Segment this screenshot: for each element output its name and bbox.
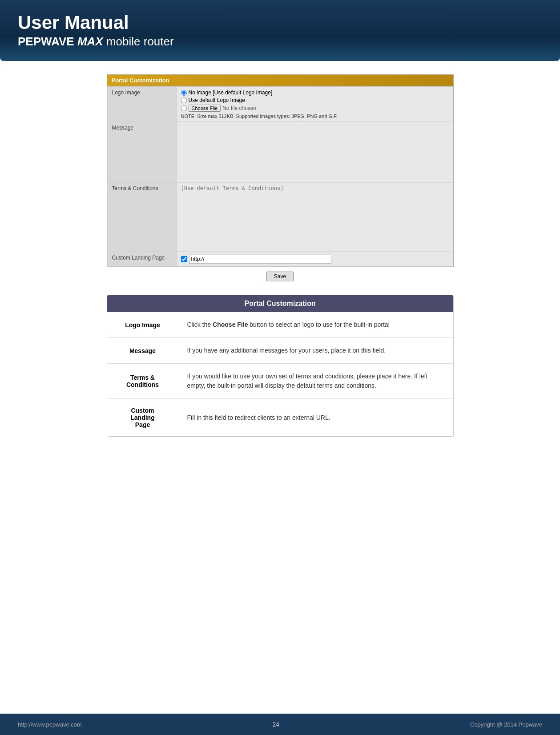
message-content	[176, 122, 453, 183]
desc-table-header: Portal Customization	[107, 295, 453, 312]
desc-landing-content: Fill in this field to redirect clients t…	[178, 399, 453, 437]
logo-option3-radio[interactable]	[181, 106, 187, 111]
desc-message-label: Message	[107, 338, 178, 364]
logo-option2-row: Use default Logo Image	[181, 97, 448, 103]
landing-url-input[interactable]	[189, 255, 331, 264]
logo-note: NOTE: Size max 512KB. Supported images t…	[181, 114, 448, 119]
message-label: Message	[107, 122, 176, 183]
desc-landing-label: CustomLandingPage	[107, 399, 178, 437]
desc-table: Logo Image Click the Choose File button …	[107, 312, 453, 436]
desc-logo-content: Click the Choose File button to select a…	[178, 312, 453, 338]
choose-file-button[interactable]: Choose File	[189, 105, 221, 112]
terms-content	[176, 183, 453, 252]
portal-form-table: Logo Image No image [Use default Logo Im…	[107, 86, 453, 267]
logo-image-row: Logo Image No image [Use default Logo Im…	[107, 87, 453, 122]
desc-table-container: Portal Customization Logo Image Click th…	[107, 295, 454, 437]
desc-row-landing: CustomLandingPage Fill in this field to …	[107, 399, 453, 437]
footer-page-number: 24	[273, 721, 280, 728]
desc-logo-label: Logo Image	[107, 312, 178, 338]
logo-option1-label: No image [Use default Logo Image]	[189, 89, 273, 96]
landing-page-row: Custom Landing Page	[107, 252, 453, 267]
logo-option1-row: No image [Use default Logo Image]	[181, 89, 448, 96]
desc-row-message: Message If you have any additional messa…	[107, 338, 453, 364]
terms-row: Terms & Conditions	[107, 183, 453, 252]
save-button[interactable]: Save	[266, 272, 294, 281]
page-footer: http://www.pepwave.com 24 Copyright @ 20…	[0, 714, 560, 735]
terms-label: Terms & Conditions	[107, 183, 176, 252]
footer-right: Copyright @ 2014 Pepwave	[470, 721, 542, 728]
page-title: User Manual	[18, 12, 542, 33]
spacer	[36, 437, 524, 450]
logo-image-content: No image [Use default Logo Image] Use de…	[176, 87, 453, 122]
logo-radio-group: No image [Use default Logo Image] Use de…	[181, 89, 448, 112]
desc-row-terms: Terms &Conditions If you would like to u…	[107, 364, 453, 399]
terms-textarea[interactable]	[181, 185, 448, 248]
logo-image-label: Logo Image	[107, 87, 176, 122]
footer-left: http://www.pepwave.com	[18, 721, 82, 728]
product-max: MAX	[77, 35, 103, 48]
desc-terms-label: Terms &Conditions	[107, 364, 178, 399]
save-row: Save	[36, 267, 524, 286]
message-row: Message	[107, 122, 453, 183]
landing-row	[181, 255, 448, 264]
logo-option2-label: Use default Logo Image	[189, 97, 245, 103]
page-subtitle: PEPWAVE MAX mobile router	[18, 35, 542, 49]
page-header: User Manual PEPWAVE MAX mobile router	[0, 0, 560, 61]
main-content: Portal Customization Logo Image No image…	[0, 61, 560, 714]
desc-terms-content: If you would like to use your own set of…	[178, 364, 453, 399]
portal-form-container: Portal Customization Logo Image No image…	[107, 74, 454, 267]
desc-row-logo: Logo Image Click the Choose File button …	[107, 312, 453, 338]
landing-page-content	[176, 252, 453, 267]
message-textarea[interactable]	[181, 125, 448, 178]
logo-option3-row: Choose File No file chosen	[181, 105, 448, 112]
brand-name: PEPWAVE	[18, 35, 74, 48]
logo-option2-radio[interactable]	[181, 97, 187, 103]
desc-message-content: If you have any additional messages for …	[178, 338, 453, 364]
logo-option1-radio[interactable]	[181, 90, 187, 96]
no-file-label: No file chosen	[222, 105, 256, 111]
subtitle-rest: mobile router	[106, 35, 174, 48]
landing-checkbox[interactable]	[181, 256, 187, 262]
portal-form-header: Portal Customization	[107, 75, 453, 86]
landing-page-label: Custom Landing Page	[107, 252, 176, 267]
